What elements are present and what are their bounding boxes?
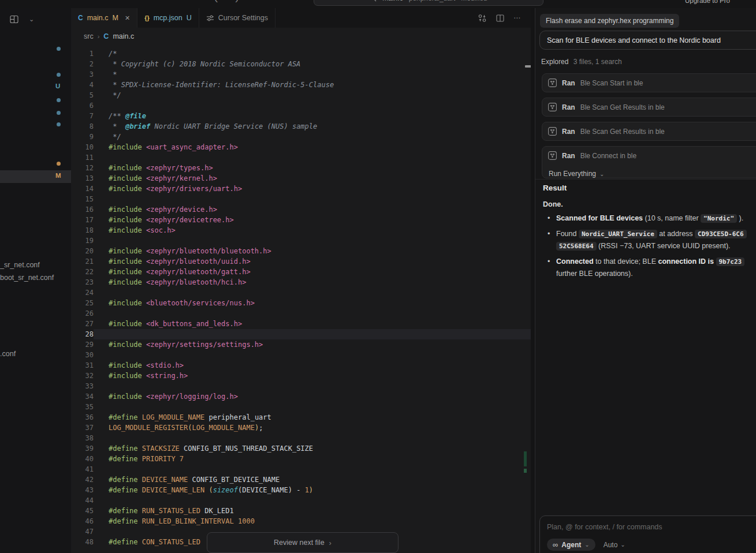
tool-call-card[interactable]: RanBle Scan Get Results in ble	[542, 122, 756, 141]
line-content: #define RUN_LED_BLINK_INTERVAL 1000	[94, 516, 531, 526]
code-line[interactable]: 46#define RUN_LED_BLINK_INTERVAL 1000	[71, 516, 531, 526]
line-content	[94, 194, 531, 204]
git-status-dot	[57, 47, 61, 51]
line-number: 46	[71, 516, 94, 526]
more-actions-icon[interactable]: ⋯	[513, 14, 520, 22]
tab-mcp-json[interactable]: {} mcp.json U	[137, 8, 199, 28]
code-line[interactable]: 15	[71, 194, 531, 204]
breadcrumb-folder[interactable]: src	[84, 32, 94, 40]
close-icon[interactable]: ✕	[125, 14, 130, 22]
tool-call-card[interactable]: RanBle Scan Start in ble	[542, 73, 756, 92]
diff-added-marker	[524, 451, 527, 466]
code-line[interactable]: 7/** @file	[71, 111, 531, 121]
code-line[interactable]: 44	[71, 495, 531, 506]
nav-forward-icon[interactable]: ›	[235, 0, 238, 5]
tool-ran-label: Ran	[562, 152, 575, 160]
sidebar-file-item[interactable]: boot_sr_net.conf	[0, 274, 54, 282]
open-changes-icon[interactable]	[478, 14, 487, 23]
model-dropdown[interactable]: Auto ⌄	[604, 541, 625, 549]
code-line[interactable]: 4 * SPDX-License-Identifier: LicenseRef-…	[71, 80, 531, 90]
line-content: #include <zephyr/drivers/uart.h>	[94, 184, 531, 194]
code-line[interactable]: 8 * @brief Nordic UART Bridge Service (N…	[71, 121, 531, 132]
agent-mode-dropdown[interactable]: ∞ Agent ⌄	[547, 539, 595, 551]
code-line[interactable]: 23#include <zephyr/bluetooth/hci.h>	[71, 277, 531, 287]
upgrade-to-pro-button[interactable]: Upgrade to Pro	[685, 0, 730, 4]
previous-task-chip[interactable]: Flash erase and zephyr.hex programming	[540, 14, 679, 28]
line-number: 17	[71, 215, 94, 225]
code-line[interactable]: 19	[71, 236, 531, 246]
code-line[interactable]: 12#include <zephyr/types.h>	[71, 163, 531, 173]
infinity-icon: ∞	[553, 540, 558, 549]
explorer-header[interactable]: ⌄	[10, 15, 34, 24]
code-line[interactable]: 35	[71, 402, 531, 412]
code-line[interactable]: 30	[71, 350, 531, 360]
chat-input-placeholder: Plan, @ for context, / for commands	[547, 523, 756, 531]
sidebar-file-item[interactable]: .conf	[0, 350, 16, 358]
code-line[interactable]: 13#include <zephyr/kernel.h>	[71, 173, 531, 184]
tool-call-card[interactable]: RanBle Scan Get Results in ble	[542, 98, 756, 117]
review-next-file-label: Review next file	[274, 539, 325, 547]
titlebar: ‹ › main.c peripheral_uart Modified Upgr…	[0, 0, 756, 8]
code-line[interactable]: 10#include <uart_async_adapter.h>	[71, 142, 531, 152]
line-content: LOG_MODULE_REGISTER(LOG_MODULE_NAME);	[94, 423, 531, 433]
code-line[interactable]: 36#define LOG_MODULE_NAME peripheral_uar…	[71, 412, 531, 423]
modified-badge: M	[113, 14, 118, 22]
code-line[interactable]: 20#include <zephyr/bluetooth/bluetooth.h…	[71, 246, 531, 256]
code-editor[interactable]: 1/*2 * Copyright (c) 2018 Nordic Semicon…	[71, 45, 531, 553]
code-line[interactable]: 25#include <bluetooth/services/nus.h>	[71, 298, 531, 308]
code-line[interactable]: 33	[71, 381, 531, 391]
code-line[interactable]: 45#define RUN_STATUS_LED DK_LED1	[71, 506, 531, 516]
code-line[interactable]: 37LOG_MODULE_REGISTER(LOG_MODULE_NAME);	[71, 423, 531, 433]
sidebar-file-item[interactable]: _sr_net.conf	[0, 261, 40, 269]
titlebar-search[interactable]: main.c peripheral_uart Modified	[314, 0, 543, 6]
code-line[interactable]: 40#define PRIORITY 7	[71, 454, 531, 464]
line-content: #include <dk_buttons_and_leds.h>	[94, 319, 531, 329]
json-file-icon: {}	[144, 14, 150, 21]
tool-ran-label: Ran	[562, 128, 575, 136]
tool-calls: RanBle Scan Start in bleRanBle Scan Get …	[542, 73, 756, 178]
code-line[interactable]: 11	[71, 152, 531, 163]
code-line[interactable]: 14#include <zephyr/drivers/uart.h>	[71, 184, 531, 194]
code-line[interactable]: 27#include <dk_buttons_and_leds.h>	[71, 319, 531, 329]
code-line[interactable]: 39#define STACKSIZE CONFIG_BT_NUS_THREAD…	[71, 443, 531, 454]
code-line[interactable]: 42#define DEVICE_NAME CONFIG_BT_DEVICE_N…	[71, 474, 531, 485]
tab-cursor-settings[interactable]: Cursor Settings	[199, 8, 275, 28]
nav-back-icon[interactable]: ‹	[215, 0, 218, 5]
line-content: #include <zephyr/settings/settings.h>	[94, 339, 531, 350]
code-line[interactable]: 9 */	[71, 132, 531, 142]
code-line[interactable]: 38	[71, 433, 531, 443]
code-line[interactable]: 18#include <soc.h>	[71, 225, 531, 236]
tab-main-c[interactable]: C main.c M ✕	[71, 8, 137, 28]
review-next-file-button[interactable]: Review next file ›	[207, 532, 399, 553]
code-line[interactable]: 5 */	[71, 90, 531, 100]
line-number: 47	[71, 526, 94, 537]
code-line[interactable]: 41	[71, 464, 531, 474]
chat-input[interactable]: Plan, @ for context, / for commands ∞ Ag…	[539, 515, 756, 553]
result-bullet: Found Nordic_UART_Service at address CD9…	[543, 228, 756, 252]
line-content: *	[94, 69, 531, 80]
explored-summary[interactable]: Explored 3 files, 1 search	[541, 58, 622, 66]
code-line[interactable]: 32#include <string.h>	[71, 371, 531, 381]
code-line[interactable]: 26	[71, 308, 531, 319]
line-content	[94, 236, 531, 246]
code-line[interactable]: 16#include <zephyr/device.h>	[71, 204, 531, 215]
code-line[interactable]: 2 * Copyright (c) 2018 Nordic Semiconduc…	[71, 59, 531, 69]
run-everything-button[interactable]: Run Everything⌄	[548, 170, 756, 178]
breadcrumb[interactable]: src › C main.c	[71, 28, 531, 45]
code-line[interactable]: 1/*	[71, 48, 531, 59]
code-line[interactable]: 29#include <zephyr/settings/settings.h>	[71, 339, 531, 350]
code-line[interactable]: 22#include <zephyr/bluetooth/gatt.h>	[71, 267, 531, 277]
split-editor-icon[interactable]	[496, 14, 504, 22]
code-line[interactable]: 43#define DEVICE_NAME_LEN (sizeof(DEVICE…	[71, 485, 531, 495]
code-line[interactable]: 28	[71, 329, 531, 339]
code-line[interactable]: 6	[71, 100, 531, 111]
chevron-right-icon: ›	[98, 33, 100, 40]
code-line[interactable]: 17#include <zephyr/devicetree.h>	[71, 215, 531, 225]
code-line[interactable]: 3 *	[71, 69, 531, 80]
code-line[interactable]: 34#include <zephyr/logging/log.h>	[71, 391, 531, 402]
code-line[interactable]: 24	[71, 287, 531, 298]
code-line[interactable]: 21#include <zephyr/bluetooth/uuid.h>	[71, 256, 531, 267]
code-line[interactable]: 31#include <stdio.h>	[71, 360, 531, 371]
tool-call-card[interactable]: RanBle Connect in bleRun Everything⌄	[542, 146, 756, 178]
breadcrumb-file[interactable]: main.c	[113, 32, 134, 40]
